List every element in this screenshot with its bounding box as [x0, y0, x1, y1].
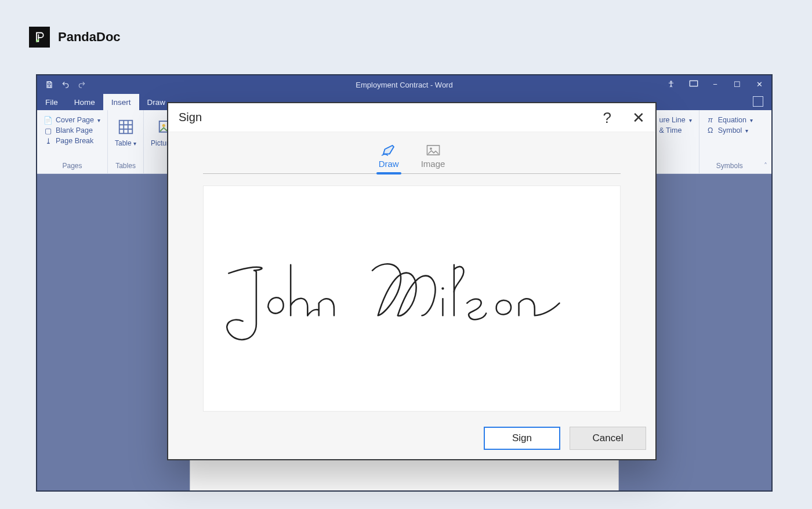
dialog-close-icon[interactable]: ✕	[632, 110, 645, 125]
sign-dialog: Sign ? ✕ Draw	[167, 102, 657, 460]
ribbon-blank-page[interactable]: ▢Blank Page	[44, 126, 100, 134]
brand-name: PandaDoc	[58, 30, 121, 45]
svg-rect-0	[48, 82, 51, 83]
svg-rect-4	[119, 121, 132, 134]
window-maximize-icon[interactable]: ☐	[733, 80, 741, 90]
ribbon-page-break[interactable]: ⤓Page Break	[44, 137, 100, 145]
dialog-tab-draw[interactable]: Draw	[376, 143, 401, 173]
ribbon-display-icon[interactable]	[689, 80, 697, 90]
dialog-title: Sign	[179, 111, 202, 124]
svg-rect-3	[690, 81, 697, 86]
ribbon-group-title-pages: Pages	[42, 161, 103, 172]
svg-point-6	[162, 124, 165, 127]
share-icon[interactable]	[753, 96, 763, 107]
ribbon-equation[interactable]: πEquation ▾	[706, 116, 753, 124]
dialog-tabs: Draw Image	[203, 143, 621, 174]
ribbon-group-tables: Table ▾ Tables	[108, 110, 144, 173]
pandadoc-logo-icon	[29, 27, 50, 48]
dialog-help-icon[interactable]: ?	[603, 110, 611, 125]
signature-canvas[interactable]	[203, 186, 621, 412]
menu-tab-home[interactable]: Home	[66, 94, 103, 110]
ribbon-group-title-symbols: Symbols	[704, 161, 755, 172]
qat-save-icon[interactable]	[45, 81, 53, 89]
menu-tab-file[interactable]: File	[37, 94, 66, 110]
ribbon-symbol[interactable]: ΩSymbol ▾	[706, 126, 753, 134]
accessibility-icon[interactable]	[667, 80, 675, 90]
window-minimize-icon[interactable]: −	[711, 80, 719, 90]
sign-button[interactable]: Sign	[484, 427, 560, 450]
window-close-icon[interactable]: ✕	[755, 80, 763, 90]
pen-draw-icon	[381, 144, 396, 157]
signature-drawing	[215, 242, 609, 355]
qat-undo-icon[interactable]	[61, 81, 70, 89]
pandadoc-brand: PandaDoc	[29, 27, 121, 48]
svg-point-12	[429, 148, 432, 150]
dialog-tab-image[interactable]: Image	[419, 143, 448, 173]
word-document-title: Employment Contract - Word	[356, 81, 452, 89]
ribbon-group-title-tables: Tables	[113, 161, 139, 172]
ribbon-table[interactable]: Table ▾	[113, 115, 139, 150]
svg-point-13	[441, 287, 444, 289]
svg-point-2	[670, 81, 672, 82]
image-icon	[426, 144, 441, 157]
ribbon-group-pages: 📄Cover Page ▾ ▢Blank Page ⤓Page Break Pa…	[37, 110, 108, 173]
word-titlebar: Employment Contract - Word − ☐ ✕	[37, 75, 771, 94]
ribbon-group-symbols: πEquation ▾ ΩSymbol ▾ Symbols	[699, 110, 760, 173]
menu-tab-insert[interactable]: Insert	[103, 94, 139, 110]
table-icon	[116, 117, 136, 137]
cancel-button[interactable]: Cancel	[570, 427, 646, 450]
dialog-titlebar: Sign ? ✕	[168, 103, 655, 132]
dialog-button-row: Sign Cancel	[168, 419, 655, 459]
ribbon-cover-page[interactable]: 📄Cover Page ▾	[44, 116, 100, 124]
ribbon-collapse-icon[interactable]: ˄	[760, 110, 771, 173]
svg-rect-1	[48, 85, 51, 88]
qat-redo-icon[interactable]	[78, 81, 86, 89]
